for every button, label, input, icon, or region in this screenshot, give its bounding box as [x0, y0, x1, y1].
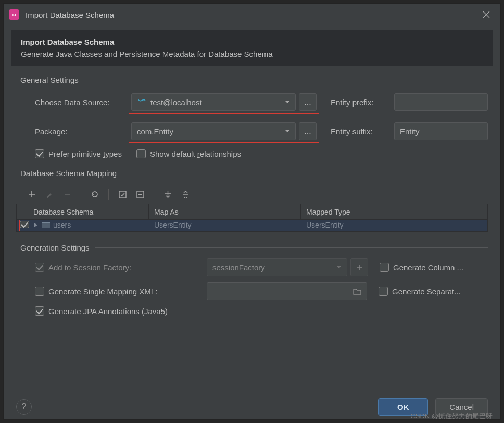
banner-subheading: Generate Java Classes and Persistence Me… [21, 49, 483, 58]
titlebar: IJ Import Database Schema [4, 4, 500, 26]
package-combo[interactable]: com.Entity [131, 122, 296, 140]
entity-prefix-label: Entity prefix: [331, 98, 394, 107]
entity-suffix-label: Entity suffix: [331, 127, 394, 136]
col-map-as: Map As [149, 204, 301, 219]
general-section-title: General Settings [16, 76, 488, 84]
general-checkbox-row: Prefer primitive types Show default rela… [35, 149, 488, 158]
checkbox-icon [35, 149, 44, 158]
add-session-button[interactable] [350, 258, 368, 276]
package-browse-button[interactable]: ... [299, 122, 317, 140]
ok-button[interactable]: OK [378, 398, 428, 416]
data-source-row: Choose Data Source: test@localhost ... E… [35, 91, 488, 114]
col-schema: Database Schema [28, 204, 149, 219]
table-header: Database Schema Map As Mapped Type [17, 204, 487, 220]
entity-prefix-input[interactable] [394, 93, 488, 111]
checkbox-icon [35, 263, 44, 272]
app-icon: IJ [9, 9, 19, 20]
single-xml-row: Generate Single Mapping XML: Generate Se… [35, 282, 488, 300]
dialog-window: IJ Import Database Schema Import Databas… [3, 3, 501, 420]
package-label: Package: [35, 127, 129, 136]
checkbox-icon [379, 287, 388, 296]
banner-heading: Import Database Schema [21, 38, 483, 46]
single-xml-checkbox[interactable]: Generate Single Mapping XML: [35, 287, 207, 296]
session-factory-combo[interactable]: sessionFactory [207, 258, 347, 276]
package-row: Package: com.Entity ... Entity suffix: E… [35, 120, 488, 143]
data-source-combo[interactable]: test@localhost [131, 93, 296, 111]
chevron-down-icon [284, 123, 291, 140]
help-button[interactable]: ? [16, 399, 32, 415]
edit-icon [43, 188, 56, 201]
show-default-relationships-checkbox[interactable]: Show default relationships [136, 149, 241, 158]
expand-icon[interactable] [33, 222, 39, 228]
entity-suffix-input[interactable]: Entity [394, 122, 488, 140]
mapping-section-title: Database Schema Mapping [16, 169, 488, 178]
mapping-table: Database Schema Map As Mapped Type users… [16, 204, 488, 232]
single-xml-input[interactable] [207, 282, 367, 300]
checkbox-icon [380, 263, 389, 272]
mapping-section: Database Schema Mapping Database Schema … [4, 167, 500, 232]
general-settings-section: General Settings Choose Data Source: tes… [4, 73, 500, 164]
package-highlight: com.Entity ... [129, 120, 319, 143]
remove-icon [61, 188, 73, 201]
folder-icon[interactable] [353, 288, 361, 295]
jpa-row: Generate JPA Annotations (Java5) [35, 306, 488, 316]
generation-section: Generation Settings Add to Session Facto… [4, 241, 500, 322]
dialog-title: Import Database Schema [26, 10, 477, 19]
data-source-browse-button[interactable]: ... [299, 93, 317, 111]
data-source-highlight: test@localhost ... [129, 91, 319, 114]
deselect-all-icon[interactable] [134, 188, 146, 201]
collapse-all-icon[interactable] [179, 188, 192, 201]
add-session-checkbox[interactable]: Add to Session Factory: [35, 263, 207, 272]
close-icon[interactable] [477, 6, 495, 23]
generate-column-checkbox[interactable]: Generate Column ... [380, 263, 488, 272]
expand-all-icon[interactable] [161, 188, 174, 201]
table-row[interactable]: users UsersEntity UsersEntity [17, 220, 487, 231]
checkbox-icon [35, 287, 44, 296]
svg-rect-2 [138, 194, 142, 195]
chevron-down-icon [335, 259, 343, 276]
col-mapped-type: Mapped Type [301, 204, 487, 219]
svg-rect-4 [42, 222, 50, 223]
header-banner: Import Database Schema Generate Java Cla… [11, 30, 493, 66]
select-all-icon[interactable] [116, 188, 129, 201]
generation-section-title: Generation Settings [16, 243, 488, 252]
datasource-icon [137, 97, 146, 107]
session-factory-row: Add to Session Factory: sessionFactory G… [35, 258, 488, 276]
table-icon [42, 222, 50, 228]
checkbox-icon [35, 306, 44, 316]
data-source-label: Choose Data Source: [35, 98, 129, 107]
mapping-toolbar [16, 184, 488, 204]
jpa-checkbox[interactable]: Generate JPA Annotations (Java5) [35, 306, 168, 316]
dialog-button-bar: ? OK Cancel [4, 390, 500, 419]
prefer-primitive-checkbox[interactable]: Prefer primitive types [35, 149, 122, 158]
refresh-icon[interactable] [89, 188, 101, 201]
cancel-button[interactable]: Cancel [435, 398, 488, 416]
generate-separate-checkbox[interactable]: Generate Separat... [379, 287, 488, 296]
checkbox-icon [136, 149, 146, 158]
chevron-down-icon [284, 94, 291, 110]
add-icon[interactable] [26, 188, 38, 201]
